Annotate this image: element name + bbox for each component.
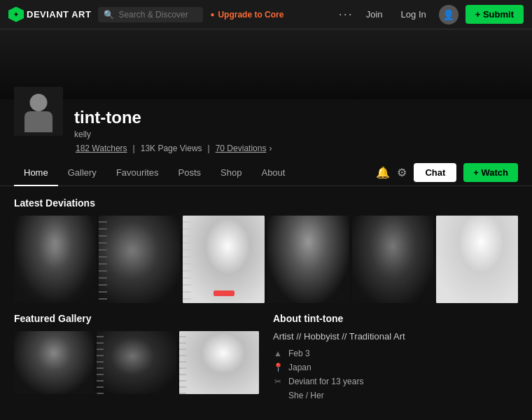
main-content: Latest Deviations [0,186,532,412]
profile-stats: 182 Watchers | 13K Page Views | 70 Devia… [74,144,518,153]
upgrade-button[interactable]: Upgrade to Core [210,10,284,20]
deviation-item-5[interactable] [352,216,434,303]
deviation-item-6[interactable] [436,216,518,303]
featured-item-3[interactable] [179,331,259,394]
deviation-item-3[interactable] [183,216,265,303]
profile-header: tint-tone kelly 182 Watchers | 13K Page … [0,99,532,160]
latest-deviations-section: Latest Deviations [14,197,518,303]
location-value: Japan [288,363,312,372]
page-views-stat: 13K Page Views [141,144,202,153]
featured-gallery-section: Featured Gallery [14,313,259,400]
tab-gallery[interactable]: Gallery [58,160,106,186]
birthday-value: Feb 3 [288,349,310,358]
notebook-border-white [183,216,191,303]
about-roles: Artist // Hobbyist // Traditional Art [273,331,518,342]
avatar-icon: 👤 [442,9,454,20]
pronouns-icon [273,391,283,400]
logo-icon: ✦ [8,7,24,22]
tab-shop[interactable]: Shop [211,160,251,186]
profile-realname: kelly [74,130,518,139]
bookmark-icon: 🔔 [376,166,390,179]
member-since-value: Deviant for 13 years [288,377,363,386]
deviation-item-2[interactable] [99,216,181,303]
login-button[interactable]: Log In [396,6,432,22]
chevron-right-icon: › [269,144,272,153]
more-options-button[interactable]: ··· [339,7,354,22]
featured-item-1[interactable] [14,331,94,394]
pronouns-meta: She / Her [273,391,518,400]
profile-tabs: Home Gallery Favourites Posts Shop About… [0,160,532,186]
featured-thumbs [14,331,259,394]
chat-button[interactable]: Chat [414,163,456,182]
location-icon: 📍 [273,363,283,372]
cover-image [0,29,532,99]
tab-actions: 🔔 ⚙ Chat + Watch [376,163,518,182]
join-button[interactable]: Join [360,6,388,22]
submit-button[interactable]: + Submit [465,5,524,24]
tab-posts[interactable]: Posts [169,160,211,186]
profile-avatar[interactable] [14,87,63,136]
birthday-icon: ▲ [273,349,283,358]
deviation-item-4[interactable] [267,216,349,303]
profile-info: tint-tone kelly 182 Watchers | 13K Page … [74,108,518,153]
search-bar[interactable]: 🔍 [98,7,203,22]
member-since-meta: ✂ Deviant for 13 years [273,377,518,386]
user-avatar[interactable]: 👤 [439,5,458,24]
deviations-stat[interactable]: 70 Deviations [216,144,267,153]
tab-about[interactable]: About [251,160,295,186]
tab-favourites[interactable]: Favourites [106,160,169,186]
featured-item-2[interactable] [97,331,176,394]
birthday-meta: ▲ Feb 3 [273,349,518,358]
featured-gallery-title: Featured Gallery [14,313,259,324]
site-logo[interactable]: ✦ DEVIANT ART [8,7,91,22]
notebook-border [99,216,107,303]
pronouns-value: She / Her [288,391,324,400]
watchers-stat[interactable]: 182 Watchers [76,144,127,153]
search-icon: 🔍 [104,10,114,20]
settings-icon-button[interactable]: ⚙ [397,166,407,179]
settings-icon: ⚙ [397,166,407,179]
navbar: ✦ DEVIANT ART 🔍 Upgrade to Core ··· Join… [0,0,532,29]
latest-deviations-title: Latest Deviations [14,197,518,209]
about-meta: ▲ Feb 3 📍 Japan ✂ Deviant for 13 years S… [273,349,518,400]
bottom-row: Featured Gallery About tint-tone Artist … [14,313,518,400]
bookmark-icon-button[interactable]: 🔔 [376,166,390,179]
about-section: About tint-tone Artist // Hobbyist // Tr… [273,313,518,400]
search-input[interactable] [118,10,197,20]
deviation-item-1[interactable] [14,216,96,303]
profile-username: tint-tone [74,108,518,128]
deviant-icon: ✂ [273,377,283,386]
location-meta: 📍 Japan [273,363,518,372]
watch-button[interactable]: + Watch [463,163,518,182]
upgrade-label: Upgrade to Core [218,10,284,20]
tab-home[interactable]: Home [14,160,58,186]
about-title: About tint-tone [273,313,518,324]
deviations-row [14,216,518,303]
logo-text: DEVIANT ART [27,9,91,20]
